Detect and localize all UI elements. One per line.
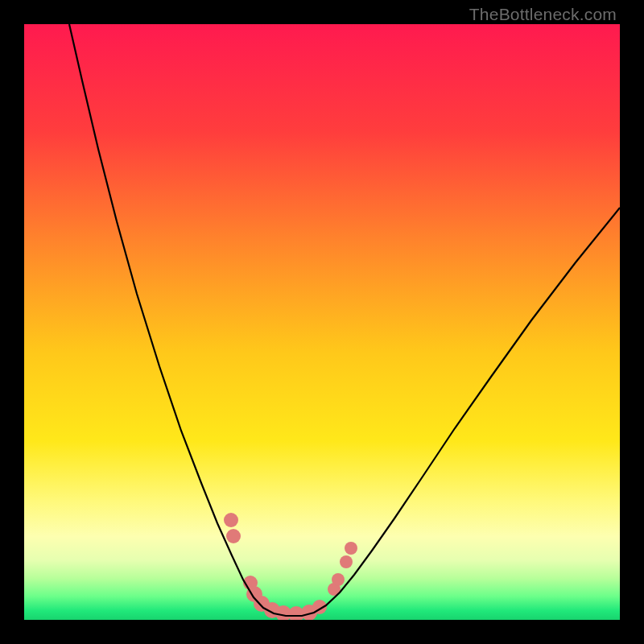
data-marker — [224, 513, 238, 527]
chart-frame: TheBottleneck.com — [0, 0, 644, 644]
bottleneck-curve — [69, 24, 620, 616]
data-marker — [340, 555, 353, 568]
marker-group — [224, 513, 357, 620]
plot-area — [24, 24, 620, 620]
data-marker — [226, 529, 241, 543]
curve-layer — [24, 24, 620, 620]
watermark-text: TheBottleneck.com — [469, 5, 617, 24]
data-marker — [345, 542, 357, 555]
data-marker — [332, 573, 345, 586]
